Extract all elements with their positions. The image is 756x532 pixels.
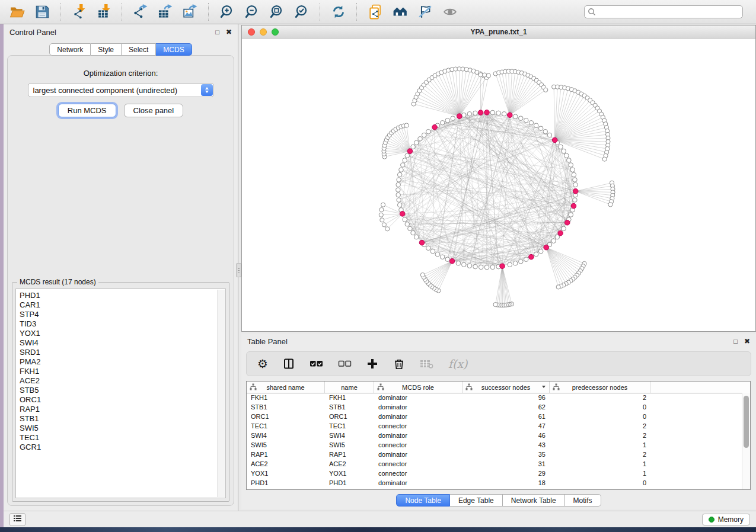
hide-panel-icon[interactable] [414,2,436,21]
window-minimize-icon[interactable] [260,28,267,36]
panel-splitter-handle[interactable] [236,263,241,277]
mcds-result-item[interactable]: STP4 [20,310,225,319]
cell-name: TEC1 [325,422,374,430]
export-table-icon[interactable] [154,2,177,21]
zoom-out-icon[interactable] [241,2,263,21]
import-table-icon[interactable] [92,2,115,21]
table-row[interactable]: RAP1RAP1dominator352 [247,450,742,459]
search-input[interactable] [584,5,743,18]
node-table: shared namenameMCDS rolesuccessor nodesp… [246,381,751,490]
mcds-result-item[interactable]: FKH1 [20,367,225,376]
mcds-result-item[interactable]: ORC1 [20,395,225,405]
select-all-icon[interactable] [310,355,323,373]
column-header-mcds-role[interactable]: MCDS role [374,382,462,393]
tab-select[interactable]: Select [122,43,156,56]
network-canvas [242,38,755,331]
columns-icon[interactable] [283,355,295,373]
mcds-result-item[interactable]: YOX1 [20,329,225,338]
export-image-icon[interactable] [179,2,202,21]
network-window-title: YPA_prune.txt_1 [470,28,527,36]
table-row[interactable]: FKH1FKH1dominator962 [247,393,742,402]
tab-mcds[interactable]: MCDS [156,43,192,56]
mcds-result-item[interactable]: ACE2 [20,376,225,386]
cell-shared-name: SWI5 [247,441,325,448]
mcds-result-item[interactable]: TEC1 [20,433,225,443]
tab-style[interactable]: Style [91,43,122,56]
tab-network-table[interactable]: Network Table [503,494,565,507]
mcds-result-item[interactable]: TID3 [20,319,225,329]
open-folder-icon[interactable] [6,2,28,21]
add-column-icon[interactable] [366,355,378,373]
tab-network[interactable]: Network [49,43,91,56]
zoom-in-icon[interactable] [216,2,238,21]
zoom-selected-icon[interactable] [291,2,313,21]
mcds-result-item[interactable]: GCR1 [20,443,225,452]
close-panel-button[interactable]: Close panel [124,104,184,117]
cell-name: YOX1 [325,470,374,477]
criterion-select[interactable]: largest connected component (undirected) [28,83,214,97]
tab-node-table[interactable]: Node Table [396,494,450,507]
network-graph[interactable] [242,38,755,331]
toolbar-separator [320,3,321,21]
float-panel-icon[interactable]: □ [215,28,219,36]
share-document-icon[interactable] [364,2,387,21]
cell-mcds-role: connector [374,441,462,448]
network-analyzer-icon[interactable] [389,2,412,21]
cell-mcds-role: connector [374,422,462,430]
table-row[interactable]: PHD1PHD1dominator180 [247,478,742,488]
mcds-result-item[interactable]: PMA2 [20,357,225,367]
close-table-panel-icon[interactable]: ✖ [744,338,750,345]
table-scrollbar-thumb[interactable] [744,396,749,448]
main-toolbar [0,0,756,24]
memory-label: Memory [718,515,744,524]
float-table-panel-icon[interactable]: □ [733,338,738,345]
column-mapping-icon [377,383,384,390]
mcds-result-item[interactable]: STB1 [20,414,225,424]
column-header-name[interactable]: name [325,382,374,393]
save-icon[interactable] [31,2,53,21]
table-scrollbar-track[interactable] [742,393,750,489]
table-row[interactable]: STB1STB1dominator620 [247,402,742,412]
window-close-icon[interactable] [248,28,255,36]
cell-predecessor-nodes: 2 [550,394,650,401]
mcds-result-item[interactable]: STB5 [20,386,225,395]
mcds-result-item[interactable]: SWI5 [20,424,225,433]
tab-motifs[interactable]: Motifs [565,494,601,507]
tab-edge-table[interactable]: Edge Table [450,494,503,507]
run-mcds-button[interactable]: Run MCDS [58,104,116,117]
close-panel-icon[interactable]: ✖ [226,28,232,36]
delete-column-icon[interactable] [393,355,405,373]
table-row[interactable]: ACE2ACE2connector311 [247,459,742,469]
column-mapping-icon [553,383,560,390]
mcds-result-item[interactable]: SRD1 [20,348,225,357]
mcds-result-item[interactable]: CAR1 [20,300,225,310]
task-history-button[interactable] [9,513,25,526]
export-network-icon[interactable] [129,2,152,21]
table-row[interactable]: ORC1ORC1dominator610 [247,412,742,421]
deselect-all-icon[interactable] [338,355,352,373]
column-header-successor-nodes[interactable]: successor nodes [462,382,550,393]
mcds-result-item[interactable]: PHD1 [20,291,225,300]
table-row[interactable]: SWI4SWI4dominator462 [247,431,742,440]
mcds-result-item[interactable]: SWI4 [20,338,225,348]
import-network-icon[interactable] [68,2,90,21]
column-header-shared-name[interactable]: shared name [247,382,325,393]
refresh-icon[interactable] [327,2,350,21]
mcds-result-item[interactable]: RAP1 [20,405,225,414]
memory-button[interactable]: Memory [702,514,750,525]
cell-predecessor-nodes: 0 [550,479,650,486]
column-header-predecessor-nodes[interactable]: predecessor nodes [550,382,650,393]
toolbar-separator [122,3,123,21]
table-row[interactable]: TEC1TEC1connector472 [247,421,742,431]
network-window-titlebar: YPA_prune.txt_1 [242,25,755,39]
result-list-scrollbar[interactable] [217,290,225,497]
cell-mcds-role: connector [374,460,462,467]
gear-icon[interactable]: ⚙ [257,355,268,373]
delete-table-icon [420,355,433,373]
zoom-fit-icon[interactable] [266,2,288,21]
table-row[interactable]: YOX1YOX1connector291 [247,469,742,478]
table-panel-tabs: Node TableEdge TableNetwork TableMotifs [241,494,756,507]
window-zoom-icon[interactable] [272,28,279,36]
show-eye-icon [439,2,461,21]
table-row[interactable]: SWI5SWI5connector431 [247,440,742,450]
